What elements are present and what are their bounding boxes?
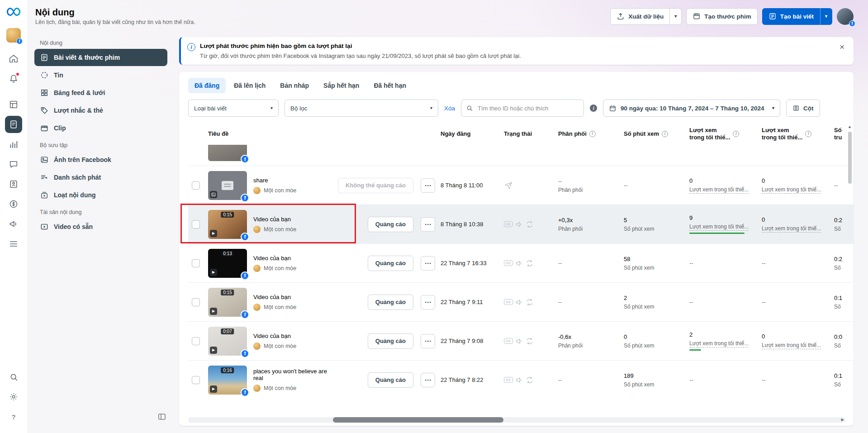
boost-button[interactable]: Quảng cáo (368, 217, 413, 232)
column-header-minutes[interactable]: Số phút xemi (624, 130, 689, 138)
contacts-icon[interactable] (5, 176, 22, 193)
tab-expiring[interactable]: Sắp hết hạn (317, 78, 365, 93)
more-options-button[interactable]: ⋯ (421, 334, 435, 348)
ads-icon[interactable] (5, 215, 22, 233)
create-post-button[interactable]: Tạo bài viết (762, 8, 820, 25)
export-dropdown-button[interactable]: ▾ (670, 8, 682, 25)
scroll-up-icon[interactable]: ▲ (848, 125, 852, 129)
home-icon[interactable] (5, 50, 22, 67)
close-icon[interactable]: × (839, 43, 845, 51)
column-header-distribution[interactable]: Phân phốii (558, 130, 624, 138)
search-icon[interactable] (5, 368, 22, 385)
tab-drafts[interactable]: Bản nháp (274, 78, 315, 93)
info-icon[interactable]: i (589, 131, 596, 137)
post-title[interactable]: share (253, 177, 337, 184)
row-checkbox[interactable] (192, 376, 200, 384)
boost-button[interactable]: Quảng cáo (368, 333, 413, 349)
row-checkbox[interactable] (192, 259, 200, 267)
tab-expired[interactable]: Đã hết hạn (367, 78, 413, 93)
video-thumbnail[interactable]: f (208, 145, 247, 161)
column-header-status[interactable]: Trạng thái (504, 130, 558, 138)
row-checkbox[interactable] (192, 337, 200, 345)
create-reel-button[interactable]: Tạo thước phim (686, 8, 757, 25)
post-thumbnail[interactable]: f (208, 171, 247, 200)
info-icon[interactable]: i (805, 131, 811, 137)
table-row: 0:16 ▶ f places you won't believe are re… (188, 360, 854, 399)
monetization-icon[interactable] (5, 195, 22, 213)
scroll-right-icon[interactable]: ▶ (841, 418, 844, 422)
info-icon[interactable]: i (662, 131, 668, 137)
column-header-date[interactable]: Ngày đăng (441, 130, 504, 138)
post-title[interactable]: Video của bạn (253, 333, 337, 339)
content-icon[interactable] (5, 116, 22, 133)
clear-filters-link[interactable]: Xóa (444, 105, 455, 112)
info-icon[interactable]: i (733, 131, 739, 137)
date-range-select[interactable]: 90 ngày qua: 10 Tháng 7, 2024 – 7 Tháng … (603, 100, 780, 117)
inbox-icon[interactable] (5, 156, 22, 173)
user-avatar[interactable]: f (837, 8, 854, 25)
row-checkbox[interactable] (192, 220, 200, 228)
sidebar-item-feed-grid[interactable]: Bảng feed & lưới (34, 84, 167, 101)
post-title[interactable]: Video của bạn (253, 216, 337, 223)
more-options-button[interactable]: ⋯ (421, 178, 435, 193)
tab-scheduled[interactable]: Đã lên lịch (228, 78, 272, 93)
video-play-icon: ▶ (210, 308, 217, 315)
horizontal-scrollbar[interactable]: ▶ (188, 417, 845, 423)
video-thumbnail[interactable]: 0:15 ▶ f (208, 210, 247, 239)
sidebar-section-title: Tài sản nội dung (40, 209, 167, 215)
more-options-button[interactable]: ⋯ (421, 256, 435, 271)
video-thumbnail[interactable]: 0:13 ▶ f (208, 249, 247, 278)
video-thumbnail[interactable]: 0:15 ▶ f (208, 288, 247, 317)
more-options-button[interactable]: ⋯ (421, 217, 435, 232)
video-thumbnail[interactable]: 0:16 ▶ f (208, 366, 247, 395)
column-header-label: Lượt xem (689, 127, 717, 133)
post-title[interactable]: Video của bạn (253, 255, 337, 262)
filter-select[interactable]: Bộ lọc ▾ (285, 100, 438, 117)
more-options-button[interactable]: ⋯ (421, 373, 435, 387)
horizontal-scrollbar-thumb[interactable] (333, 417, 504, 423)
stories-icon (40, 71, 49, 80)
row-checkbox[interactable] (192, 181, 200, 190)
sidebar-item-playlists[interactable]: Danh sách phát (34, 169, 167, 186)
settings-icon[interactable] (5, 388, 22, 405)
search-info-icon[interactable]: i (590, 105, 597, 112)
page-name: Một con mòe (264, 187, 296, 194)
meta-logo-icon[interactable] (5, 5, 23, 18)
create-post-dropdown-button[interactable]: ▾ (820, 8, 832, 25)
sidebar-collapse-button[interactable] (157, 412, 166, 421)
page-avatar (253, 187, 261, 194)
sidebar-item-series[interactable]: Loạt nội dung (34, 186, 167, 204)
more-options-button[interactable]: ⋯ (421, 295, 435, 309)
planner-icon[interactable] (5, 96, 22, 113)
sidebar-item-available-videos[interactable]: Video có sẵn (34, 218, 167, 235)
row-checkbox[interactable] (192, 298, 200, 306)
sidebar-item-posts-reels[interactable]: Bài viết & thước phim (34, 49, 167, 66)
help-icon[interactable]: ? (5, 408, 22, 425)
sidebar-item-facebook-photos[interactable]: Ảnh trên Facebook (34, 151, 167, 168)
notifications-icon[interactable] (5, 70, 22, 87)
tab-published[interactable]: Đã đăng (188, 78, 226, 93)
vertical-scrollbar[interactable]: ▲ (847, 125, 853, 413)
views-value: -- (689, 299, 757, 305)
video-thumbnail[interactable]: 0:07 ▶ f (208, 327, 247, 356)
column-header-views-2[interactable]: Lượt xemtrong tối thiể... i (762, 127, 834, 142)
views-label: Lượt xem trong tối thiể... (689, 340, 749, 347)
post-type-select[interactable]: Loại bài viết ▾ (188, 100, 279, 117)
sidebar-item-mentions-tags[interactable]: Lượt nhắc & thẻ (34, 102, 167, 119)
post-title[interactable]: places you won't believe are real (253, 368, 337, 381)
column-header-views-1[interactable]: Lượt xemtrong tối thiể... i (689, 127, 762, 142)
sidebar-item-stories[interactable]: Tin (34, 67, 167, 84)
boost-button[interactable]: Quảng cáo (368, 372, 413, 388)
boost-button[interactable]: Quảng cáo (368, 295, 413, 310)
sidebar-item-clips[interactable]: Clip (34, 119, 167, 137)
page-avatar[interactable]: f (6, 28, 21, 43)
insights-icon[interactable] (5, 136, 22, 153)
search-input[interactable] (477, 105, 579, 112)
columns-button[interactable]: Cột (786, 100, 820, 117)
vertical-scrollbar-thumb[interactable] (848, 132, 852, 184)
column-header-title[interactable]: Tiêu đề (208, 130, 441, 138)
boost-button[interactable]: Quảng cáo (368, 256, 413, 271)
all-tools-icon[interactable] (5, 235, 22, 252)
post-title[interactable]: Video của bạn (253, 294, 337, 300)
export-data-button[interactable]: Xuất dữ liệu (610, 8, 670, 25)
